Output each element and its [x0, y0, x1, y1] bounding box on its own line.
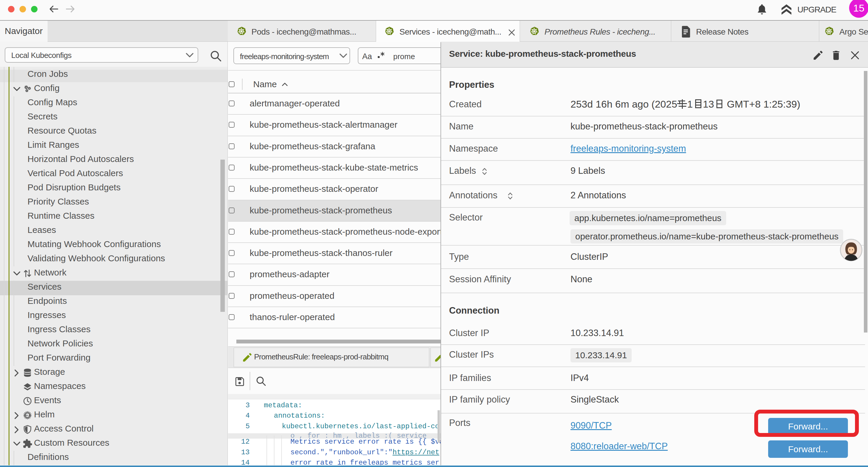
- svg-text:HELM: HELM: [24, 414, 31, 417]
